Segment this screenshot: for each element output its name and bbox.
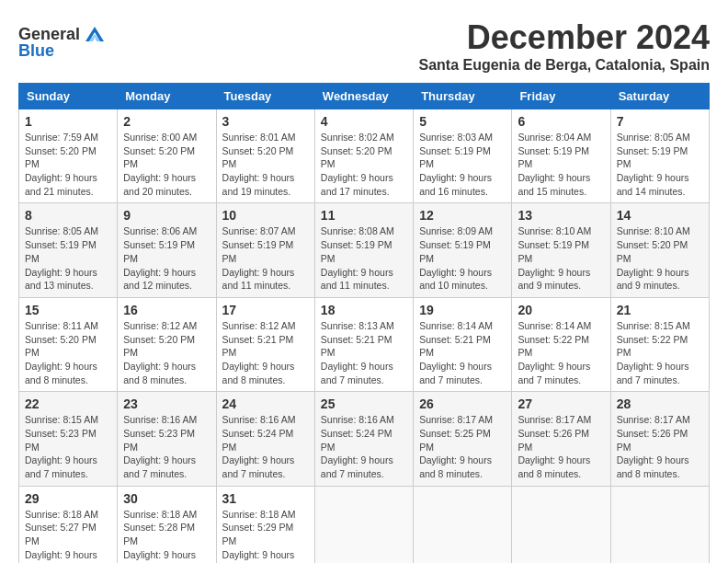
calendar-week-3: 15 Sunrise: 8:11 AMSunset: 5:20 PM PMDay… [19, 297, 710, 391]
calendar-day-8: 8 Sunrise: 8:05 AMSunset: 5:19 PM PMDayl… [19, 203, 118, 297]
day-number: 28 [617, 396, 703, 411]
calendar-day-2: 2 Sunrise: 8:00 AMSunset: 5:20 PM PMDayl… [118, 109, 216, 203]
calendar-day-22: 22 Sunrise: 8:15 AMSunset: 5:23 PM PMDay… [19, 392, 118, 486]
day-info: Sunrise: 8:18 AMSunset: 5:28 PM PMDaylig… [123, 508, 210, 563]
day-info: Sunrise: 8:06 AMSunset: 5:19 PM PMDaylig… [123, 224, 210, 292]
calendar-empty [610, 486, 709, 563]
day-info: Sunrise: 8:18 AMSunset: 5:29 PM PMDaylig… [222, 508, 309, 563]
calendar-day-18: 18 Sunrise: 8:13 AMSunset: 5:21 PM PMDay… [314, 297, 413, 391]
header-monday: Monday [118, 84, 216, 109]
header-sunday: Sunday [19, 84, 118, 109]
day-number: 9 [123, 208, 210, 223]
day-number: 16 [123, 303, 210, 317]
title-area: December 2024 Santa Eugenia de Berga, Ca… [418, 18, 710, 74]
calendar-day-24: 24 Sunrise: 8:16 AMSunset: 5:24 PM PMDay… [216, 392, 314, 486]
calendar-day-16: 16 Sunrise: 8:12 AMSunset: 5:20 PM PMDay… [118, 297, 216, 391]
day-info: Sunrise: 8:13 AMSunset: 5:21 PM PMDaylig… [321, 319, 407, 386]
day-info: Sunrise: 8:11 AMSunset: 5:20 PM PMDaylig… [25, 319, 111, 386]
calendar-day-29: 29 Sunrise: 8:18 AMSunset: 5:27 PM PMDay… [19, 486, 118, 563]
calendar-empty [314, 486, 413, 563]
day-info: Sunrise: 8:14 AMSunset: 5:22 PM PMDaylig… [518, 319, 604, 386]
day-info: Sunrise: 8:17 AMSunset: 5:25 PM PMDaylig… [419, 413, 506, 480]
day-number: 29 [25, 491, 111, 506]
calendar-day-23: 23 Sunrise: 8:16 AMSunset: 5:23 PM PMDay… [118, 392, 216, 486]
calendar-day-1: 1 Sunrise: 7:59 AMSunset: 5:20 PM PMDayl… [19, 109, 118, 203]
day-number: 5 [419, 114, 506, 129]
day-number: 23 [123, 396, 210, 411]
day-info: Sunrise: 8:15 AMSunset: 5:23 PM PMDaylig… [25, 413, 111, 480]
month-title: December 2024 [418, 18, 710, 57]
calendar-day-31: 31 Sunrise: 8:18 AMSunset: 5:29 PM PMDay… [216, 486, 314, 563]
day-info: Sunrise: 8:17 AMSunset: 5:26 PM PMDaylig… [617, 413, 703, 480]
calendar-week-2: 8 Sunrise: 8:05 AMSunset: 5:19 PM PMDayl… [19, 203, 710, 297]
day-info: Sunrise: 8:18 AMSunset: 5:27 PM PMDaylig… [25, 508, 111, 563]
day-number: 8 [25, 208, 111, 223]
calendar-day-27: 27 Sunrise: 8:17 AMSunset: 5:26 PM PMDay… [512, 392, 610, 486]
day-info: Sunrise: 8:02 AMSunset: 5:20 PM PMDaylig… [321, 131, 407, 198]
day-info: Sunrise: 8:12 AMSunset: 5:20 PM PMDaylig… [123, 319, 210, 386]
calendar-week-1: 1 Sunrise: 7:59 AMSunset: 5:20 PM PMDayl… [19, 109, 710, 203]
calendar-day-9: 9 Sunrise: 8:06 AMSunset: 5:19 PM PMDayl… [118, 203, 216, 297]
calendar-week-5: 29 Sunrise: 8:18 AMSunset: 5:27 PM PMDay… [19, 486, 710, 563]
day-number: 30 [123, 491, 210, 506]
day-number: 18 [321, 303, 407, 317]
calendar-day-19: 19 Sunrise: 8:14 AMSunset: 5:21 PM PMDay… [414, 297, 512, 391]
day-info: Sunrise: 8:03 AMSunset: 5:19 PM PMDaylig… [419, 131, 506, 198]
day-info: Sunrise: 8:16 AMSunset: 5:24 PM PMDaylig… [222, 413, 309, 480]
day-info: Sunrise: 8:12 AMSunset: 5:21 PM PMDaylig… [222, 319, 309, 386]
day-number: 27 [518, 396, 604, 411]
calendar-day-4: 4 Sunrise: 8:02 AMSunset: 5:20 PM PMDayl… [314, 109, 413, 203]
day-number: 20 [518, 303, 604, 317]
day-info: Sunrise: 8:16 AMSunset: 5:24 PM PMDaylig… [321, 413, 407, 480]
calendar-day-10: 10 Sunrise: 8:07 AMSunset: 5:19 PM PMDay… [216, 203, 314, 297]
calendar-week-4: 22 Sunrise: 8:15 AMSunset: 5:23 PM PMDay… [19, 392, 710, 486]
calendar-empty [512, 486, 610, 563]
calendar-day-6: 6 Sunrise: 8:04 AMSunset: 5:19 PM PMDayl… [512, 109, 610, 203]
day-number: 13 [518, 208, 604, 223]
header-tuesday: Tuesday [216, 84, 314, 109]
day-number: 21 [617, 303, 703, 317]
day-number: 1 [25, 114, 111, 129]
header-thursday: Thursday [414, 84, 512, 109]
calendar-day-14: 14 Sunrise: 8:10 AMSunset: 5:20 PM PMDay… [610, 203, 709, 297]
location-title: Santa Eugenia de Berga, Catalonia, Spain [418, 57, 710, 74]
day-info: Sunrise: 8:05 AMSunset: 5:19 PM PMDaylig… [25, 224, 111, 292]
day-number: 22 [25, 396, 111, 411]
day-info: Sunrise: 8:14 AMSunset: 5:21 PM PMDaylig… [419, 319, 506, 386]
calendar-table: Sunday Monday Tuesday Wednesday Thursday… [18, 83, 710, 563]
page-header: General Blue December 2024 Santa Eugenia… [18, 18, 710, 74]
day-number: 10 [222, 208, 309, 223]
calendar-empty [414, 486, 512, 563]
day-number: 7 [617, 114, 703, 129]
day-info: Sunrise: 8:10 AMSunset: 5:20 PM PMDaylig… [617, 224, 703, 292]
day-info: Sunrise: 8:01 AMSunset: 5:20 PM PMDaylig… [222, 131, 309, 198]
day-info: Sunrise: 7:59 AMSunset: 5:20 PM PMDaylig… [25, 131, 111, 198]
logo: General Blue [18, 23, 108, 61]
day-number: 24 [222, 396, 309, 411]
calendar-day-25: 25 Sunrise: 8:16 AMSunset: 5:24 PM PMDay… [314, 392, 413, 486]
header-wednesday: Wednesday [314, 84, 413, 109]
day-number: 15 [25, 303, 111, 317]
day-info: Sunrise: 8:17 AMSunset: 5:26 PM PMDaylig… [518, 413, 604, 480]
day-number: 17 [222, 303, 309, 317]
day-number: 4 [321, 114, 407, 129]
header-friday: Friday [512, 84, 610, 109]
calendar-day-17: 17 Sunrise: 8:12 AMSunset: 5:21 PM PMDay… [216, 297, 314, 391]
calendar-day-20: 20 Sunrise: 8:14 AMSunset: 5:22 PM PMDay… [512, 297, 610, 391]
day-number: 14 [617, 208, 703, 223]
calendar-day-26: 26 Sunrise: 8:17 AMSunset: 5:25 PM PMDay… [414, 392, 512, 486]
calendar-day-11: 11 Sunrise: 8:08 AMSunset: 5:19 PM PMDay… [314, 203, 413, 297]
calendar-day-21: 21 Sunrise: 8:15 AMSunset: 5:22 PM PMDay… [610, 297, 709, 391]
day-info: Sunrise: 8:04 AMSunset: 5:19 PM PMDaylig… [518, 131, 604, 198]
day-number: 26 [419, 396, 506, 411]
day-number: 11 [321, 208, 407, 223]
day-info: Sunrise: 8:05 AMSunset: 5:19 PM PMDaylig… [617, 131, 703, 198]
day-number: 12 [419, 208, 506, 223]
day-info: Sunrise: 8:15 AMSunset: 5:22 PM PMDaylig… [617, 319, 703, 386]
calendar-day-13: 13 Sunrise: 8:10 AMSunset: 5:19 PM PMDay… [512, 203, 610, 297]
logo-blue-text: Blue [18, 41, 108, 61]
day-number: 31 [222, 491, 309, 506]
day-info: Sunrise: 8:07 AMSunset: 5:19 PM PMDaylig… [222, 224, 309, 292]
day-info: Sunrise: 8:00 AMSunset: 5:20 PM PMDaylig… [123, 131, 210, 198]
calendar-day-5: 5 Sunrise: 8:03 AMSunset: 5:19 PM PMDayl… [414, 109, 512, 203]
